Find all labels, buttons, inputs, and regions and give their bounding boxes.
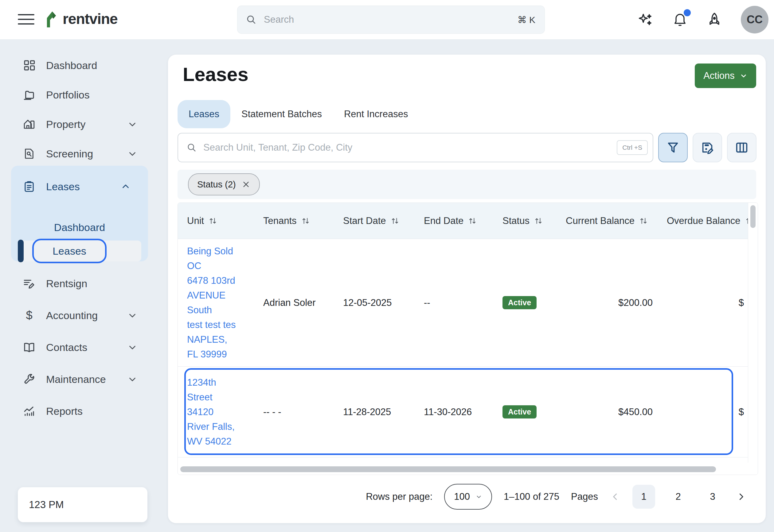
partial-next-row (178, 457, 749, 463)
sidebar-item-accounting[interactable]: $ Accounting (0, 301, 166, 330)
sidebar-subitem-leases[interactable]: Leases (18, 241, 141, 261)
vertical-scrollbar[interactable] (748, 203, 758, 463)
column-header-start-date[interactable]: Start Date (334, 203, 415, 239)
sidebar-item-portfolios[interactable]: Portfolios (0, 80, 166, 110)
sort-icon[interactable] (391, 217, 399, 225)
sidebar-item-contacts[interactable]: Contacts (0, 333, 166, 362)
page-button-2[interactable]: 2 (667, 485, 690, 509)
sidebar-item-property[interactable]: Property (0, 110, 166, 139)
column-header-unit[interactable]: Unit (178, 203, 254, 239)
organization-card[interactable]: 123 PM (18, 487, 147, 522)
start-date-cell: 12-05-2025 (334, 239, 415, 366)
table-search-field[interactable]: Ctrl +S (177, 133, 653, 162)
status-filter-chip[interactable]: Status (2) (188, 173, 260, 195)
sort-icon[interactable] (302, 217, 310, 225)
leases-table: Unit Tenants Start Date End Date Status … (177, 202, 758, 475)
chevron-down-icon (475, 493, 482, 500)
sort-icon[interactable] (468, 217, 476, 225)
previous-page-button[interactable] (610, 491, 621, 502)
logo-text: rentvine (63, 10, 118, 27)
sidebar-item-rentsign[interactable]: Rentsign (0, 269, 166, 298)
unit-link[interactable]: 1234th Street 34120 River Falls, WV 5402… (187, 375, 235, 449)
page-title: Leases (183, 63, 249, 85)
save-edit-icon (700, 141, 714, 155)
horizontal-scrollbar-thumb[interactable] (180, 466, 716, 472)
global-search-shortcut: ⌘ K (517, 14, 535, 25)
chevron-down-icon (127, 148, 137, 159)
rentvine-logo-icon (44, 9, 60, 28)
sort-icon[interactable] (534, 217, 542, 225)
overdue-balance-cell: $ (658, 239, 749, 366)
menu-icon[interactable] (18, 14, 34, 25)
house-icon (23, 118, 36, 131)
end-date-cell: -- (415, 239, 493, 366)
sidebar-subitem-dashboard[interactable]: Dashboard (11, 222, 148, 233)
sidebar-group-leases: Leases Dashboard Leases (11, 166, 148, 261)
topbar: rentvine Search ⌘ K (0, 0, 774, 39)
leases-page-card: Leases Actions Leases Statement Batches … (168, 55, 766, 523)
next-page-button[interactable] (736, 491, 747, 502)
status-badge: Active (502, 296, 536, 310)
search-icon (186, 142, 197, 153)
column-header-tenants[interactable]: Tenants (254, 203, 334, 239)
sidebar-item-reports[interactable]: Reports (0, 396, 166, 426)
actions-button[interactable]: Actions (695, 64, 756, 88)
active-filters-strip: Status (2) (177, 170, 756, 199)
sidebar-item-leases[interactable]: Leases (11, 172, 148, 201)
sidebar-item-screening[interactable]: Screening (0, 139, 166, 168)
active-indicator-bar (18, 240, 24, 262)
columns-button[interactable] (727, 133, 757, 162)
table-row[interactable]: 1234th Street 34120 River Falls, WV 5402… (178, 367, 749, 457)
sort-icon[interactable] (640, 217, 648, 225)
sort-icon[interactable] (209, 217, 217, 225)
tenants-cell: -- - - (254, 367, 334, 457)
page-button-3[interactable]: 3 (701, 485, 724, 509)
chart-icon (23, 405, 36, 418)
chevron-down-icon (127, 119, 137, 129)
table-row[interactable]: Being Sold OC 6478 103rd AVENUE South te… (178, 239, 749, 367)
vertical-scrollbar-thumb[interactable] (750, 205, 756, 228)
sidebar: Dashboard Portfolios Property Screening (0, 39, 166, 532)
search-shortcut-badge: Ctrl +S (617, 140, 648, 155)
saved-filters-button[interactable] (693, 133, 722, 162)
chevron-right-icon (736, 491, 747, 502)
global-search-input[interactable]: Search ⌘ K (237, 6, 545, 34)
notifications-bell-icon[interactable] (672, 12, 688, 28)
column-header-overdue-balance[interactable]: Overdue Balance (658, 203, 749, 239)
search-input[interactable] (203, 142, 617, 153)
topbar-actions: CC (638, 0, 771, 39)
status-badge: Active (502, 405, 536, 419)
user-avatar[interactable]: CC (741, 6, 768, 33)
columns-icon (735, 141, 749, 155)
pagination-bar: Rows per page: 100 1–100 of 275 Pages 1 … (366, 484, 747, 510)
ai-sparkles-icon[interactable] (638, 12, 654, 28)
unit-link[interactable]: Being Sold OC 6478 103rd AVENUE South te… (187, 244, 236, 362)
tab-bar: Leases Statement Batches Rent Increases (177, 100, 419, 128)
column-header-current-balance[interactable]: Current Balance (556, 203, 658, 239)
global-search-placeholder: Search (264, 14, 294, 25)
column-header-end-date[interactable]: End Date (415, 203, 493, 239)
tab-leases[interactable]: Leases (177, 100, 230, 128)
rocket-icon[interactable] (706, 12, 722, 28)
rentvine-logo: rentvine (44, 9, 118, 28)
dashboard-icon (23, 59, 36, 72)
page-button-1[interactable]: 1 (633, 485, 655, 509)
chevron-up-icon (120, 181, 131, 192)
range-indicator: 1–100 of 275 (504, 491, 559, 502)
sidebar-item-maintenance[interactable]: Maintenance (0, 364, 166, 394)
close-icon[interactable] (242, 180, 251, 189)
rentsign-icon (23, 277, 36, 290)
rows-per-page-select[interactable]: 100 (444, 484, 492, 510)
organization-label: 123 PM (29, 499, 64, 511)
filter-button[interactable] (658, 133, 688, 162)
folder-icon (23, 88, 36, 101)
wrench-icon (23, 373, 36, 386)
rows-per-page-label: Rows per page: (366, 491, 432, 502)
horizontal-scrollbar[interactable] (178, 463, 758, 475)
column-header-status[interactable]: Status (493, 203, 556, 239)
current-balance-cell: $450.00 (556, 367, 658, 457)
sidebar-item-dashboard[interactable]: Dashboard (0, 51, 166, 80)
tab-rent-increases[interactable]: Rent Increases (333, 100, 419, 128)
chevron-down-icon (127, 374, 137, 384)
tab-statement-batches[interactable]: Statement Batches (230, 100, 333, 128)
